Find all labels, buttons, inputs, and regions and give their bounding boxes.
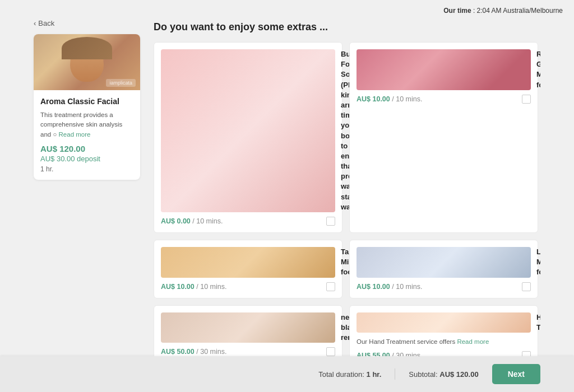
subtotal: Subtotal: AU$ 120.00: [409, 370, 478, 379]
extra-item-bubble-foot-soak: Bubble Foot Soak (Please kindly arrive o…: [154, 42, 342, 233]
extra-footer: AU$ 50.00 / 30 mins.: [161, 347, 335, 356]
image-watermark: iamplicata: [106, 79, 136, 87]
service-card: iamplicata Aroma Classic Facial This tre…: [34, 34, 140, 180]
extra-title: Rose Geranium Milk salt foot soak: [536, 49, 540, 90]
extra-item-top: needling blackheads remove: [161, 312, 335, 343]
service-duration: 1 hr.: [40, 165, 133, 173]
left-panel: ‹ Back iamplicata Aroma Classic Facial T…: [34, 19, 140, 366]
back-chevron-icon: ‹: [34, 19, 36, 27]
extra-item-lavender: Lavender Milk salt foot soak AU$ 10.00 /…: [349, 240, 538, 298]
extra-item-top: Tangerine Milk salt foot soak: [161, 247, 335, 278]
top-bar: Our time : 2:04 AM Australia/Melbourne: [0, 0, 574, 19]
back-label: Back: [38, 19, 54, 27]
extra-thumbnail: [357, 247, 531, 278]
total-duration: Total duration: 1 hr.: [318, 370, 381, 379]
extra-thumbnail: [357, 312, 531, 333]
extra-footer: AU$ 10.00 / 10 mins.: [161, 282, 335, 291]
extra-checkbox[interactable]: [326, 282, 335, 291]
extra-checkbox[interactable]: [522, 282, 531, 291]
extra-thumbnail: [161, 49, 335, 212]
extra-item-top: Lavender Milk salt foot soak: [357, 247, 531, 278]
extra-item-rose-geranium: Rose Geranium Milk salt foot soak AU$ 10…: [349, 42, 538, 233]
extra-item-top: Bubble Foot Soak (Please kindly arrive o…: [161, 49, 335, 212]
next-button[interactable]: Next: [492, 364, 540, 384]
extra-footer: AU$ 10.00 / 10 mins.: [357, 282, 531, 291]
service-price: AU$ 120.00: [40, 144, 133, 153]
extra-read-more-link[interactable]: Read more: [457, 338, 489, 345]
bottom-divider: [395, 368, 395, 380]
service-description: This treatment provides a comprehensive …: [40, 110, 133, 139]
extra-thumbnail: [161, 312, 335, 343]
right-panel: Do you want to enjoy some extras ... Bub…: [154, 19, 540, 366]
extra-price: AU$ 10.00 / 10 mins.: [357, 95, 422, 103]
extra-item-tangerine: Tangerine Milk salt foot soak AU$ 10.00 …: [154, 240, 342, 298]
service-image: iamplicata: [34, 34, 140, 90]
extra-footer: AU$ 10.00 / 10 mins.: [357, 95, 531, 104]
time-label: Our time: [443, 7, 471, 15]
service-read-more-link[interactable]: Read more: [59, 131, 91, 138]
main-container: ‹ Back iamplicata Aroma Classic Facial T…: [0, 19, 574, 366]
extra-price: AU$ 0.00 / 10 mins.: [161, 217, 223, 225]
extra-description: Our Hand Treatment service offers Read m…: [357, 337, 531, 347]
service-name: Aroma Classic Facial: [40, 97, 133, 106]
service-info: Aroma Classic Facial This treatment prov…: [34, 90, 140, 180]
bottom-bar: Total duration: 1 hr. Subtotal: AU$ 120.…: [0, 356, 574, 392]
extra-checkbox[interactable]: [326, 347, 335, 356]
extra-checkbox[interactable]: [326, 217, 335, 226]
extra-title: Hand Treatment: [536, 312, 540, 333]
section-title: Do you want to enjoy some extras ...: [154, 21, 540, 33]
time-value: 2:04 AM Australia/Melbourne: [477, 7, 563, 15]
extra-item-top: Rose Geranium Milk salt foot soak: [357, 49, 531, 90]
extra-thumbnail: [357, 49, 531, 90]
extra-price: AU$ 10.00 / 10 mins.: [161, 283, 226, 291]
back-button[interactable]: ‹ Back: [34, 19, 140, 27]
extra-price: AU$ 50.00 / 30 mins.: [161, 348, 226, 356]
time-display: Our time : 2:04 AM Australia/Melbourne: [443, 7, 563, 15]
service-deposit: AU$ 30.00 deposit: [40, 155, 133, 163]
extras-grid: Bubble Foot Soak (Please kindly arrive o…: [154, 42, 540, 366]
extra-thumbnail: [161, 247, 335, 278]
extra-checkbox[interactable]: [522, 95, 531, 104]
extra-price: AU$ 10.00 / 10 mins.: [357, 283, 422, 291]
face-shape-decoration: [70, 40, 104, 82]
extra-footer: AU$ 0.00 / 10 mins.: [161, 217, 335, 226]
time-separator: :: [473, 7, 477, 15]
extra-title: Lavender Milk salt foot soak: [536, 247, 540, 278]
extra-item-top: Hand Treatment: [357, 312, 531, 333]
